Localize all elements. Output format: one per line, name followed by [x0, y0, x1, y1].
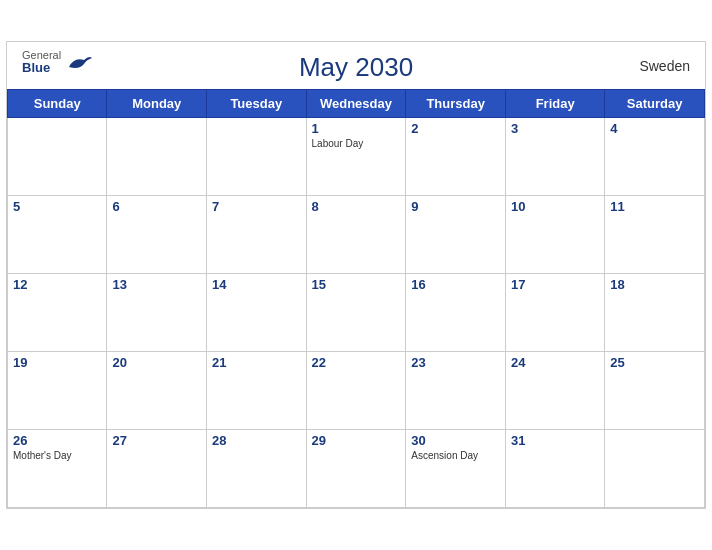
day-number: 7 — [212, 199, 301, 214]
calendar-cell: 22 — [306, 352, 406, 430]
calendar-cell: 18 — [605, 274, 705, 352]
holiday-label: Mother's Day — [13, 450, 101, 461]
calendar-cell: 9 — [406, 196, 506, 274]
day-number: 10 — [511, 199, 599, 214]
day-number: 27 — [112, 433, 201, 448]
calendar-cell: 5 — [8, 196, 107, 274]
calendar-cell: 24 — [505, 352, 604, 430]
header-monday: Monday — [107, 90, 207, 118]
calendar-cell: 1Labour Day — [306, 118, 406, 196]
header-tuesday: Tuesday — [207, 90, 307, 118]
calendar-week-row: 12131415161718 — [8, 274, 705, 352]
day-number: 9 — [411, 199, 500, 214]
calendar-cell — [107, 118, 207, 196]
header-saturday: Saturday — [605, 90, 705, 118]
month-title: May 2030 — [299, 52, 413, 83]
day-number: 31 — [511, 433, 599, 448]
calendar-cell: 25 — [605, 352, 705, 430]
calendar-grid: Sunday Monday Tuesday Wednesday Thursday… — [7, 89, 705, 508]
day-number: 5 — [13, 199, 101, 214]
calendar-week-row: 19202122232425 — [8, 352, 705, 430]
day-number: 11 — [610, 199, 699, 214]
calendar-cell: 4 — [605, 118, 705, 196]
holiday-label: Labour Day — [312, 138, 401, 149]
calendar-cell: 31 — [505, 430, 604, 508]
day-number: 4 — [610, 121, 699, 136]
holiday-label: Ascension Day — [411, 450, 500, 461]
day-number: 30 — [411, 433, 500, 448]
calendar-header: General Blue May 2030 Sweden — [7, 42, 705, 89]
logo-bird-icon — [64, 52, 94, 72]
day-number: 1 — [312, 121, 401, 136]
calendar-week-row: 1Labour Day234 — [8, 118, 705, 196]
day-number: 2 — [411, 121, 500, 136]
header-thursday: Thursday — [406, 90, 506, 118]
calendar-cell: 11 — [605, 196, 705, 274]
calendar-cell: 14 — [207, 274, 307, 352]
day-number: 25 — [610, 355, 699, 370]
calendar-cell: 15 — [306, 274, 406, 352]
day-number: 21 — [212, 355, 301, 370]
header-wednesday: Wednesday — [306, 90, 406, 118]
day-number: 20 — [112, 355, 201, 370]
day-number: 28 — [212, 433, 301, 448]
day-number: 18 — [610, 277, 699, 292]
calendar-cell — [8, 118, 107, 196]
day-number: 3 — [511, 121, 599, 136]
weekday-header-row: Sunday Monday Tuesday Wednesday Thursday… — [8, 90, 705, 118]
logo-area: General Blue — [22, 50, 94, 74]
calendar-cell: 17 — [505, 274, 604, 352]
calendar-cell: 3 — [505, 118, 604, 196]
day-number: 16 — [411, 277, 500, 292]
calendar-week-row: 26Mother's Day27282930Ascension Day31 — [8, 430, 705, 508]
calendar-cell — [207, 118, 307, 196]
day-number: 22 — [312, 355, 401, 370]
calendar-cell: 19 — [8, 352, 107, 430]
day-number: 15 — [312, 277, 401, 292]
calendar-cell: 10 — [505, 196, 604, 274]
header-sunday: Sunday — [8, 90, 107, 118]
day-number: 8 — [312, 199, 401, 214]
calendar-cell: 29 — [306, 430, 406, 508]
calendar-cell: 12 — [8, 274, 107, 352]
calendar-cell: 20 — [107, 352, 207, 430]
day-number: 26 — [13, 433, 101, 448]
calendar-cell: 26Mother's Day — [8, 430, 107, 508]
calendar-week-row: 567891011 — [8, 196, 705, 274]
calendar-cell: 16 — [406, 274, 506, 352]
country-label: Sweden — [639, 58, 690, 74]
day-number: 13 — [112, 277, 201, 292]
calendar-cell: 21 — [207, 352, 307, 430]
calendar-cell: 8 — [306, 196, 406, 274]
logo-blue: Blue — [22, 61, 61, 74]
day-number: 6 — [112, 199, 201, 214]
calendar-cell: 2 — [406, 118, 506, 196]
calendar-cell: 7 — [207, 196, 307, 274]
day-number: 29 — [312, 433, 401, 448]
calendar-cell: 27 — [107, 430, 207, 508]
day-number: 23 — [411, 355, 500, 370]
calendar-container: General Blue May 2030 Sweden Sunday Mond… — [6, 41, 706, 509]
day-number: 19 — [13, 355, 101, 370]
calendar-cell: 6 — [107, 196, 207, 274]
day-number: 14 — [212, 277, 301, 292]
calendar-cell: 13 — [107, 274, 207, 352]
day-number: 12 — [13, 277, 101, 292]
calendar-cell: 30Ascension Day — [406, 430, 506, 508]
calendar-cell: 28 — [207, 430, 307, 508]
day-number: 24 — [511, 355, 599, 370]
header-friday: Friday — [505, 90, 604, 118]
calendar-cell: 23 — [406, 352, 506, 430]
day-number: 17 — [511, 277, 599, 292]
calendar-cell — [605, 430, 705, 508]
